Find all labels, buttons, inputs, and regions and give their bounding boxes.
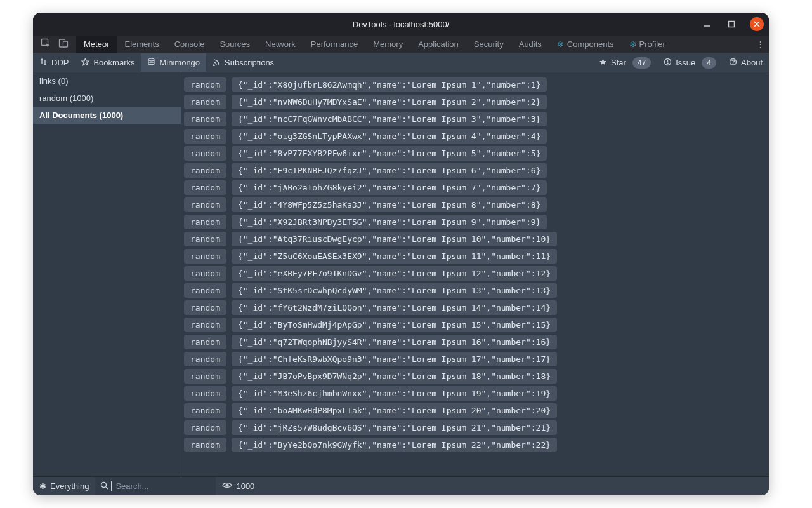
- search-icon: [100, 481, 108, 491]
- tab-label: Console: [174, 39, 205, 49]
- documents-list[interactable]: random{"_id":"X8QjufbrL862Awmqh","name":…: [181, 72, 769, 476]
- tab-components[interactable]: ⚛Components: [549, 36, 622, 53]
- device-toggle-icon[interactable]: [58, 38, 69, 50]
- collection-tag: random: [184, 163, 226, 178]
- filter-label: Everything: [50, 481, 89, 491]
- tab-meteor[interactable]: Meteor: [76, 36, 117, 53]
- document-row[interactable]: random{"_id":"Atq37RiuscDwgEycp","name":…: [184, 232, 763, 246]
- document-row[interactable]: random{"_id":"boAMKwHdP8MpxLTak","name":…: [184, 403, 763, 418]
- document-row[interactable]: random{"_id":"Z5uC6XouEASEx3EX9","name":…: [184, 249, 763, 264]
- titlebar: DevTools - localhost:5000/: [33, 13, 769, 36]
- document-json: {"_id":"ByYe2bQo7nk9GWyfk","name":"Lorem…: [232, 438, 557, 452]
- react-icon: ⚛: [557, 39, 565, 49]
- eye-icon: [222, 481, 232, 491]
- help-icon: [729, 58, 737, 68]
- collection-tag: random: [184, 403, 226, 418]
- document-row[interactable]: random{"_id":"4Y8WFp5Z5z5haKa3J","name":…: [184, 197, 763, 212]
- tab-performance[interactable]: Performance: [303, 36, 365, 53]
- document-row[interactable]: random{"_id":"nvNW6DuHy7MDYxSaE","name":…: [184, 95, 763, 109]
- more-menu-icon[interactable]: ⋮: [751, 36, 769, 53]
- document-row[interactable]: random{"_id":"jABo2aTohZG8kyei2","name":…: [184, 180, 763, 195]
- document-json: {"_id":"boAMKwHdP8MpxLTak","name":"Lorem…: [232, 403, 557, 418]
- minimize-button[interactable]: [702, 18, 713, 30]
- document-json: {"_id":"q72TWqophNBjyyS4R","name":"Lorem…: [232, 335, 557, 349]
- subnav-minimongo[interactable]: Minimongo: [141, 53, 206, 72]
- document-row[interactable]: random{"_id":"ByToSmHwdMj4pApGp","name":…: [184, 318, 763, 332]
- footer-bar: ✱ Everything 1000: [33, 476, 769, 495]
- document-json: {"_id":"ChfeKsR9wbXQpo9n3","name":"Lorem…: [232, 352, 557, 366]
- tab-label: Profiler: [639, 39, 665, 49]
- collection-tag: random: [184, 318, 226, 332]
- star-icon: [81, 58, 89, 68]
- tab-sources[interactable]: Sources: [212, 36, 258, 53]
- svg-point-7: [148, 58, 154, 61]
- subnav-ddp[interactable]: DDP: [33, 53, 75, 72]
- svg-point-13: [102, 482, 107, 487]
- subnav-label: Issue: [676, 58, 695, 67]
- document-row[interactable]: random{"_id":"StK5srDcwhpQcdyWM","name":…: [184, 283, 763, 298]
- inspect-element-icon[interactable]: [41, 38, 51, 50]
- subnav-label: Star: [611, 58, 626, 67]
- subnav-subscriptions[interactable]: Subscriptions: [206, 53, 280, 72]
- document-row[interactable]: random{"_id":"M3eShz6cjhmbnWnxx","name":…: [184, 386, 763, 401]
- tab-elements[interactable]: Elements: [117, 36, 166, 53]
- badge: 47: [632, 57, 651, 69]
- document-json: {"_id":"X92JBRt3NPDy3ET5G","name":"Lorem…: [232, 215, 547, 229]
- updown-icon: [39, 58, 48, 68]
- tab-application[interactable]: Application: [410, 36, 466, 53]
- tab-label: Performance: [311, 39, 358, 49]
- collection-tag: random: [184, 283, 226, 298]
- window-title: DevTools - localhost:5000/: [353, 20, 449, 29]
- document-json: {"_id":"8vP77FXYB2PFw6ixr","name":"Lorem…: [232, 146, 547, 161]
- tab-security[interactable]: Security: [466, 36, 511, 53]
- collection-tag: random: [184, 438, 226, 452]
- document-row[interactable]: random{"_id":"X8QjufbrL862Awmqh","name":…: [184, 77, 763, 92]
- tab-console[interactable]: Console: [167, 36, 213, 53]
- sidebar-item[interactable]: All Documents (1000): [33, 107, 181, 124]
- document-row[interactable]: random{"_id":"X92JBRt3NPDy3ET5G","name":…: [184, 215, 763, 229]
- tab-audits[interactable]: Audits: [511, 36, 549, 53]
- document-row[interactable]: random{"_id":"ChfeKsR9wbXQpo9n3","name":…: [184, 352, 763, 366]
- document-json: {"_id":"E9cTPKNBEJQz7fqzJ","name":"Lorem…: [232, 163, 547, 178]
- sidebar-item[interactable]: random (1000): [33, 90, 181, 107]
- svg-rect-6: [63, 41, 68, 47]
- document-row[interactable]: random{"_id":"ncC7FqGWnvcMbABCC","name":…: [184, 112, 763, 126]
- tab-profiler[interactable]: ⚛Profiler: [622, 36, 673, 53]
- document-json: {"_id":"X8QjufbrL862Awmqh","name":"Lorem…: [232, 77, 547, 92]
- collection-tag: random: [184, 146, 226, 161]
- tab-label: Meteor: [84, 39, 109, 49]
- subnav-label: Bookmarks: [93, 58, 134, 67]
- document-json: {"_id":"Z5uC6XouEASEx3EX9","name":"Lorem…: [232, 249, 557, 264]
- tab-memory[interactable]: Memory: [365, 36, 410, 53]
- subnav-about[interactable]: About: [723, 53, 769, 72]
- collection-tag: random: [184, 180, 226, 195]
- subnav-issue[interactable]: Issue4: [657, 53, 723, 72]
- document-row[interactable]: random{"_id":"jRZs57W8udgBcv6QS","name":…: [184, 420, 763, 435]
- document-row[interactable]: random{"_id":"eXBEy7PF7o9TKnDGv","name":…: [184, 266, 763, 281]
- document-row[interactable]: random{"_id":"ByYe2bQo7nk9GWyfk","name":…: [184, 438, 763, 452]
- document-row[interactable]: random{"_id":"fY6t2NzdM7ziLQQon","name":…: [184, 300, 763, 315]
- tab-label: Components: [567, 39, 614, 49]
- document-json: {"_id":"Atq37RiuscDwgEycp","name":"Lorem…: [232, 232, 557, 246]
- starfill-icon: [599, 58, 607, 68]
- search-wrapper: [95, 477, 216, 495]
- collections-sidebar: links (0)random (1000)All Documents (100…: [33, 72, 181, 476]
- close-button[interactable]: [750, 17, 764, 31]
- document-json: {"_id":"fY6t2NzdM7ziLQQon","name":"Lorem…: [232, 300, 557, 315]
- document-row[interactable]: random{"_id":"E9cTPKNBEJQz7fqzJ","name":…: [184, 163, 763, 178]
- document-row[interactable]: random{"_id":"JB7oPvBpx9D7WNq2p","name":…: [184, 369, 763, 384]
- maximize-button[interactable]: [726, 18, 737, 30]
- subnav-bookmarks[interactable]: Bookmarks: [75, 53, 141, 72]
- search-input[interactable]: [115, 481, 198, 491]
- sidebar-item[interactable]: links (0): [33, 72, 181, 90]
- document-row[interactable]: random{"_id":"q72TWqophNBjyyS4R","name":…: [184, 335, 763, 349]
- svg-point-12: [733, 64, 733, 64]
- collection-tag: random: [184, 129, 226, 144]
- subnav-star[interactable]: Star47: [593, 53, 657, 72]
- collection-tag: random: [184, 232, 226, 246]
- document-row[interactable]: random{"_id":"8vP77FXYB2PFw6ixr","name":…: [184, 146, 763, 161]
- feed-icon: [213, 58, 221, 68]
- tab-network[interactable]: Network: [258, 36, 303, 53]
- filter-everything-button[interactable]: ✱ Everything: [33, 477, 95, 495]
- document-row[interactable]: random{"_id":"oig3ZGSnLTypPAXwx","name":…: [184, 129, 763, 144]
